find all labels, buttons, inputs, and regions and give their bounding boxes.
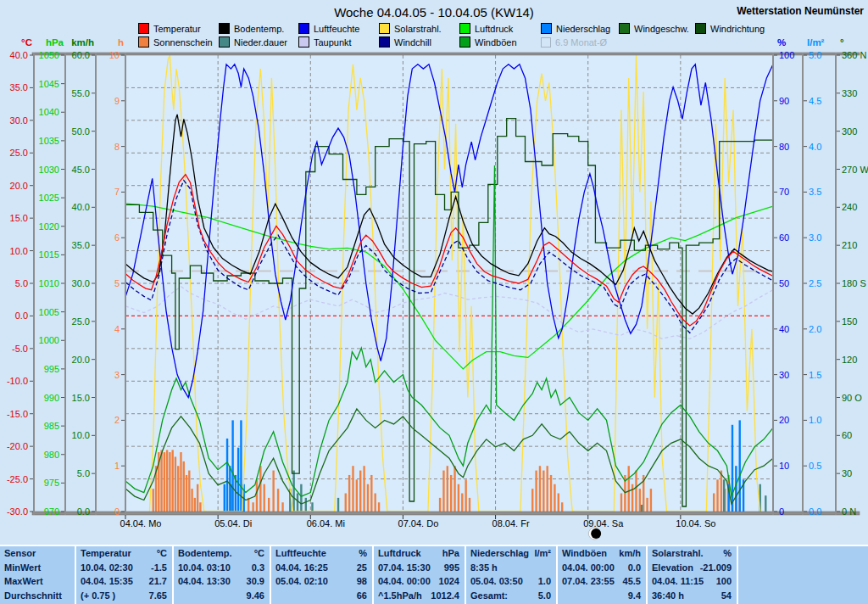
tick-label: 35.0 — [72, 240, 90, 250]
table-group-temperatur: Temperatur°C10.04. 02:30-1.504.04. 15:35… — [76, 546, 172, 604]
cell-text: MinWert — [4, 561, 41, 575]
table-group-solarstrahl-: Solarstrahl.%Elevation-21.00904.04. 11:1… — [648, 546, 737, 604]
cell-text: Sensor — [4, 546, 36, 561]
weather-plot: °C40.035.030.025.020.015.010.05.00.0-5.0… — [0, 0, 868, 604]
cell-value: 7.65 — [149, 589, 167, 603]
tick-label: 70 — [779, 187, 789, 197]
cell-text: 05.04. 03:50 — [470, 574, 523, 589]
tick-label: 60 — [842, 430, 852, 440]
tick-label: 210 — [842, 240, 857, 250]
tick-label: 9 — [114, 96, 120, 106]
cell-value: 1012.4 — [431, 589, 459, 603]
cell-text: Luftfeuchte — [275, 546, 326, 561]
tick-label: 4.5 — [809, 96, 821, 106]
axis-unit-hours: h — [118, 37, 124, 48]
cell-text: 07.04. 23:55 — [562, 574, 615, 589]
tick-label: 20 — [779, 415, 789, 425]
weather-station-window: Woche 04.04.05 - 10.04.05 (KW14) Wetters… — [0, 0, 868, 604]
table-group-luftdruck: LuftdruckhPa07.04. 15:3099504.04. 00:001… — [374, 546, 465, 604]
cell-value: 1.0 — [538, 574, 551, 589]
stats-table: SensorMinWertMaxWertDurchschnittTemperat… — [0, 545, 868, 604]
tick-label: 8 — [114, 142, 120, 152]
tick-label: 0 — [114, 506, 120, 517]
tick-label: 5.0 — [809, 50, 821, 60]
x-axis-day-label: 08.04. Fr — [492, 518, 530, 528]
table-row-label: MaxWert — [0, 574, 75, 589]
tick-label: 90 O — [842, 393, 862, 403]
tick-label: 0.0 — [15, 310, 28, 321]
cell-text: 10.04. 02:30 — [81, 561, 133, 575]
tick-label: 180 S — [842, 278, 866, 288]
cell-text: Temperatur — [81, 546, 131, 561]
tick-label: 985 — [44, 421, 59, 431]
tick-label: 5 — [114, 278, 120, 288]
axis-unit-celsius: °C — [21, 37, 32, 48]
tick-label: 995 — [44, 364, 59, 374]
cell-value: 5.0 — [538, 589, 551, 603]
axis-unit-kmh: km/h — [71, 37, 94, 48]
cell-text: Niederschlag — [470, 546, 529, 561]
table-max-row: 04.04. 00:001024 — [374, 574, 465, 589]
cell-value: 30.9 — [247, 574, 264, 589]
tick-label: 35.0 — [10, 82, 28, 92]
tick-label: 30 — [842, 468, 852, 478]
tick-label: 120 — [842, 355, 857, 365]
tick-label: 1040 — [39, 107, 59, 117]
cell-text: Bodentemp. — [178, 546, 232, 561]
tick-label: 100 — [779, 50, 794, 60]
x-axis-day-label: 10.04. So — [676, 518, 715, 528]
table-max-row: 07.04. 23:5545.5 — [558, 574, 646, 589]
table-group-header: Niederschlagl/m² — [466, 546, 556, 561]
tick-label: 90 — [779, 96, 789, 106]
tick-label: 270 W — [842, 165, 868, 175]
cell-value: 45.5 — [623, 574, 641, 589]
cell-value: 9.46 — [247, 589, 264, 603]
table-group-header: Bodentemp.°C — [174, 546, 270, 561]
tick-label: -10.0 — [7, 376, 28, 386]
cell-text: (+ 0.75 ) — [81, 589, 115, 603]
table-group-bodentemp-: Bodentemp.°C10.04. 03:100.304.04. 13:303… — [174, 546, 270, 604]
tick-label: 1000 — [39, 335, 59, 345]
cell-text: 8:35 h — [470, 561, 498, 575]
table-group-niederschlag: Niederschlagl/m²8:35 h05.04. 03:501.0Ges… — [466, 546, 556, 604]
tick-label: 4.0 — [809, 142, 821, 152]
table-group-windb-en: Windböenkm/h04.04. 00:000.007.04. 23:554… — [558, 546, 646, 604]
tick-label: 1025 — [39, 193, 59, 203]
x-axis-day-label: 06.04. Mi — [307, 518, 345, 528]
tick-label: 2 — [114, 415, 120, 425]
cell-text: 07.04. 15:30 — [378, 561, 431, 575]
table-max-row: 05.04. 02:1098 — [271, 574, 372, 589]
cell-text: 04.04. 16:25 — [275, 561, 328, 575]
tick-label: 360 N — [842, 50, 866, 60]
cell-text: 10.04. 03:10 — [178, 561, 231, 575]
table-max-row: 04.04. 11:15100 — [648, 574, 737, 589]
tick-label: 1.5 — [809, 370, 821, 380]
axis-unit-degrees: ° — [840, 37, 844, 48]
moon-phase-icon — [588, 528, 601, 540]
cell-value: 100 — [716, 574, 732, 589]
tick-label: 45.0 — [72, 165, 90, 175]
tick-label: 1 — [114, 461, 120, 471]
tick-label: 5.0 — [77, 468, 90, 478]
cell-value: km/h — [619, 546, 641, 561]
table-avg-row: 9.46 — [174, 589, 270, 603]
tick-label: 6 — [114, 232, 120, 243]
tick-label: 20.0 — [72, 355, 90, 365]
tick-label: 980 — [44, 450, 59, 460]
table-group-header: Temperatur°C — [76, 546, 172, 561]
tick-label: 30.0 — [72, 278, 90, 288]
tick-label: 2.5 — [809, 278, 821, 288]
tick-label: 300 — [842, 126, 857, 137]
axis-unit-hpa: hPa — [46, 37, 64, 48]
tick-label: 40 — [779, 324, 789, 334]
tick-label: -20.0 — [7, 441, 28, 451]
tick-label: 1030 — [39, 165, 59, 175]
table-row-label: Durchschnitt — [0, 589, 75, 603]
table-avg-row: 66 — [271, 589, 372, 603]
tick-label: 40.0 — [10, 50, 28, 60]
tick-label: 1010 — [39, 278, 59, 288]
tick-label: -5.0 — [12, 344, 28, 354]
tick-label: 15.0 — [72, 393, 90, 403]
table-avg-row: (+ 0.75 )7.65 — [76, 589, 172, 603]
cell-text: ^1.5hPa/h — [378, 589, 422, 603]
